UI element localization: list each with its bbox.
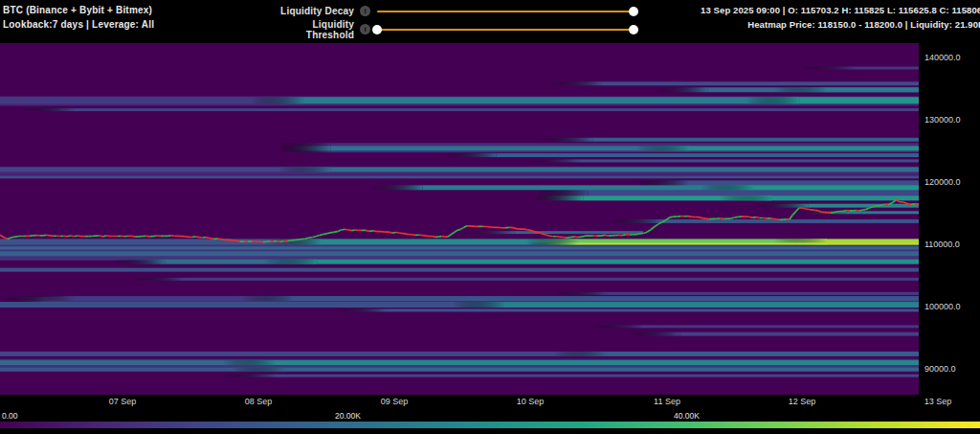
top-bar: BTC (Binance + Bybit + Bitmex) Lookback:… [0,0,980,42]
slider-thumb[interactable] [629,7,638,16]
liquidity-decay-slider[interactable] [377,11,634,12]
liquidation-heatmap-app: BTC (Binance + Bybit + Bitmex) Lookback:… [0,0,980,434]
x-axis-tick-label: 12 Sep [789,397,816,406]
y-axis-tick-label: 140000.0 [924,53,961,62]
x-axis-tick-label: 07 Sep [109,397,137,406]
colorbar-scale-labels: 0.0020.00K40.00K [0,411,980,421]
colorbar-gradient [0,422,980,428]
liquidity-decay-label: Liquidity Decay [266,6,354,16]
x-axis-tick-label: 10 Sep [517,397,545,406]
liquidity-threshold-label: Liquidity Threshold [266,19,354,40]
symbol-title: BTC (Binance + Bybit + Bitmex) [3,3,154,17]
x-axis-tick-label: 08 Sep [245,397,273,406]
y-axis-tick-label: 120000.0 [924,177,961,187]
price-axis: 140000.0130000.0120000.0110000.0100000.0… [919,43,980,395]
lookback-leverage-info: Lookback:7 days | Leverage: All [3,17,154,32]
liquidity-decay-row: Liquidity Decay i [266,2,634,20]
x-axis-tick-label: 11 Sep [654,397,680,406]
x-axis-tick-label: 09 Sep [381,397,409,406]
ohlc-readout: 13 Sep 2025 09:00 | O: 115703.2 H: 11582… [701,3,980,17]
colorbar-tick-label: 0.00 [2,411,18,421]
heatmap-liquidity-readout: Heatmap Price: 118150.0 - 118200.0 | Liq… [701,17,980,32]
info-icon[interactable]: i [360,24,370,34]
x-axis-tick-label: 13 Sep [924,397,952,406]
slider-thumb[interactable] [629,25,638,34]
y-axis-tick-label: 90000.0 [924,364,956,374]
y-axis-tick-label: 100000.0 [924,302,961,311]
liquidity-threshold-slider[interactable] [377,29,634,31]
liquidity-threshold-row: Liquidity Threshold i [266,20,634,38]
heatmap-canvas[interactable] [0,43,919,395]
colorbar-tick-label: 20.00K [335,411,361,421]
time-axis: 07 Sep08 Sep09 Sep10 Sep11 Sep12 Sep13 S… [0,396,980,409]
y-axis-tick-label: 130000.0 [924,115,961,125]
readout-panel: 13 Sep 2025 09:00 | O: 115703.2 H: 11582… [701,3,980,32]
slider-panel: Liquidity Decay i Liquidity Threshold i [266,2,634,38]
info-icon[interactable]: i [360,6,370,16]
slider-thumb[interactable] [372,25,382,34]
chart-meta: BTC (Binance + Bybit + Bitmex) Lookback:… [3,3,154,32]
y-axis-tick-label: 110000.0 [924,240,960,249]
colorbar-tick-label: 40.00K [674,411,700,421]
